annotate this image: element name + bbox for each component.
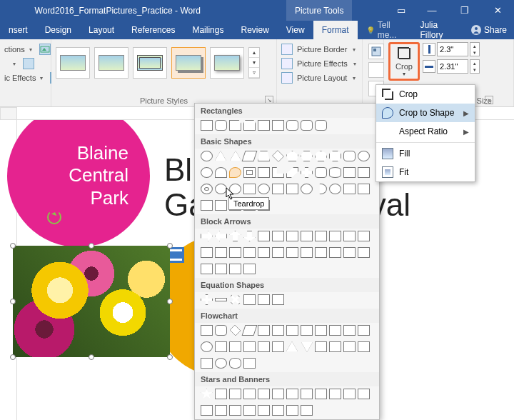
shape-flow[interactable] — [215, 325, 227, 336]
shape-can[interactable] — [329, 167, 341, 178]
shape-trapezoid[interactable] — [258, 151, 270, 161]
shape-flow[interactable] — [343, 325, 356, 336]
bring-forward-button[interactable] — [368, 62, 384, 78]
shape-flow[interactable] — [358, 325, 370, 336]
shape-snip-single[interactable] — [229, 120, 241, 131]
shape-arrow[interactable] — [229, 247, 241, 258]
resize-handle[interactable] — [167, 299, 173, 304]
tab-review[interactable]: Review — [232, 21, 277, 39]
picture-effects-button[interactable]: Picture Effects▾ — [281, 56, 358, 71]
shape-arrow-curvedright[interactable] — [358, 231, 370, 241]
shape-rounded-rectangle[interactable] — [215, 120, 227, 131]
shape-decagon[interactable] — [343, 151, 356, 161]
height-field[interactable] — [437, 42, 468, 56]
shape-flow[interactable] — [201, 358, 213, 369]
minimize-button[interactable]: ― — [415, 0, 448, 21]
shape-pie[interactable] — [201, 167, 213, 178]
shape-cube[interactable] — [343, 167, 356, 178]
shape-no-symbol[interactable] — [215, 184, 227, 194]
selected-picture[interactable] — [13, 246, 170, 357]
shape-flow[interactable] — [243, 341, 256, 352]
shape-flow[interactable] — [242, 325, 258, 336]
shape-arrow[interactable] — [201, 247, 213, 258]
shape-arrow[interactable] — [215, 264, 227, 274]
tab-insert[interactable]: nsert — [0, 21, 36, 39]
shape-lightning[interactable] — [286, 184, 298, 194]
resize-handle[interactable] — [10, 299, 16, 304]
dialog-launcher[interactable]: ↘ — [485, 96, 493, 104]
shape-star[interactable] — [201, 389, 213, 399]
crop-button[interactable]: Crop ▾ — [388, 42, 420, 81]
shape-star[interactable] — [272, 389, 284, 399]
resize-handle[interactable] — [89, 243, 94, 249]
shape-wave[interactable] — [272, 405, 284, 416]
style-thumb[interactable] — [133, 47, 167, 79]
shape-moon[interactable] — [315, 184, 327, 194]
shape-diamond[interactable] — [272, 150, 284, 162]
menu-aspect-ratio[interactable]: Aspect Ratio▶ — [376, 122, 475, 141]
width-field[interactable] — [437, 59, 468, 74]
shape-brace-pair[interactable] — [201, 200, 213, 211]
shape-star[interactable] — [301, 389, 313, 399]
shape-frame[interactable] — [243, 167, 256, 178]
shape-ribbon[interactable] — [229, 405, 241, 416]
shape-flow[interactable] — [329, 341, 341, 352]
resize-handle[interactable] — [10, 243, 16, 249]
shape-star[interactable] — [215, 389, 227, 399]
shape-flow[interactable] — [243, 358, 256, 369]
shape-flow[interactable] — [272, 341, 284, 352]
shape-l-shape[interactable] — [272, 167, 284, 178]
height-input[interactable]: ▴▾ — [423, 42, 480, 56]
shape-flow[interactable] — [201, 325, 213, 336]
share-button[interactable]: Share — [471, 25, 507, 35]
pink-circle-shape[interactable]: Blaine Central Park — [7, 120, 150, 247]
shape-hexagon[interactable] — [301, 151, 313, 161]
resize-handle[interactable] — [167, 354, 173, 360]
shape-flow[interactable] — [329, 325, 341, 336]
shape-flow[interactable] — [343, 341, 356, 352]
shape-arrow-up[interactable] — [229, 231, 241, 241]
menu-fill[interactable]: Fill — [376, 144, 475, 163]
compress-icon[interactable] — [39, 44, 51, 55]
shape-round-same[interactable] — [301, 120, 313, 131]
shape-arrow[interactable] — [301, 247, 313, 258]
shape-arrow-bent[interactable] — [301, 231, 313, 241]
shape-arrow-quad[interactable] — [286, 231, 298, 241]
shape-chord[interactable] — [215, 167, 227, 178]
resize-handle[interactable] — [167, 243, 173, 249]
tab-design[interactable]: Design — [36, 21, 80, 39]
shape-dodecagon[interactable] — [358, 151, 370, 161]
shape-triangle[interactable] — [215, 151, 227, 161]
rotate-handle-icon[interactable] — [47, 210, 61, 224]
shape-pentagon[interactable] — [286, 151, 298, 161]
shape-minus[interactable] — [215, 298, 227, 301]
shape-multiply[interactable] — [227, 291, 243, 308]
resize-handle[interactable] — [10, 354, 16, 360]
corrections-button[interactable]: ctions▾ — [4, 42, 46, 56]
shape-half-frame[interactable] — [258, 167, 270, 178]
shape-wave[interactable] — [286, 405, 298, 416]
style-thumb[interactable] — [56, 47, 90, 79]
shape-arrow[interactable] — [243, 264, 256, 274]
shape-divide[interactable] — [243, 294, 256, 305]
shape-arc[interactable] — [343, 184, 356, 194]
shape-arrow-left[interactable] — [215, 231, 227, 241]
shape-arrow[interactable] — [343, 247, 356, 258]
shape-arrow-down[interactable] — [243, 231, 256, 241]
shape-round-single[interactable] — [286, 120, 298, 131]
shape-block-arc[interactable] — [229, 184, 241, 194]
picture-layout-button[interactable]: Picture Layout▾ — [281, 71, 358, 85]
shape-arrow-leftright[interactable] — [258, 231, 270, 241]
shape-wave[interactable] — [258, 405, 270, 416]
shape-flow[interactable] — [286, 341, 298, 352]
shape-left-bracket[interactable] — [215, 200, 227, 211]
shape-octagon[interactable] — [329, 151, 341, 161]
shape-smiley[interactable] — [258, 184, 270, 194]
shape-heart[interactable] — [272, 184, 284, 194]
shape-star[interactable] — [329, 389, 341, 399]
close-button[interactable]: ✕ — [481, 0, 514, 21]
shape-star[interactable] — [229, 389, 241, 399]
shape-snip-same[interactable] — [243, 120, 256, 131]
shape-flow[interactable] — [258, 325, 270, 336]
tell-me-search[interactable]: Tell me... — [358, 21, 420, 39]
